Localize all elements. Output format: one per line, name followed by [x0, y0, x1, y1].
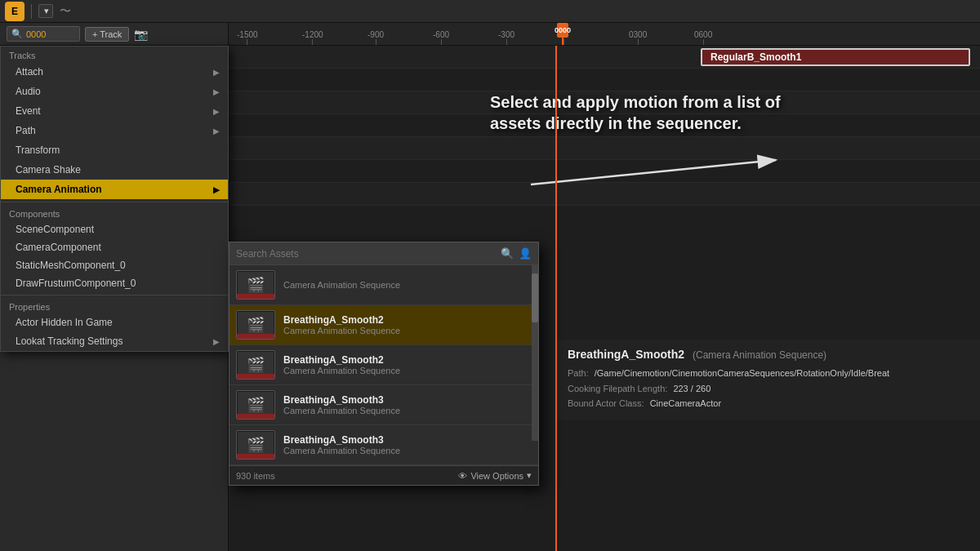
fps-dropdown[interactable]: ▾	[38, 4, 53, 18]
asset-info: BreathingA_Smooth2 Camera Animation Sequ…	[283, 354, 532, 375]
playhead-timeline-line	[555, 46, 557, 551]
list-item[interactable]: 🎬 Camera Animation Sequence	[229, 265, 538, 305]
asset-picker: 🔍 👤 🎬 Camera Animation Sequence	[229, 242, 539, 486]
frame-search[interactable]: 🔍	[7, 26, 80, 42]
chevron-down-icon: ▾	[527, 470, 532, 481]
ruler-mark: -900	[368, 30, 384, 46]
clip-block[interactable]: RegularB_Smooth1	[701, 48, 970, 66]
timeline-row	[229, 160, 980, 183]
ruler-mark: 0300	[629, 30, 647, 46]
menu-item-scene-component[interactable]: SceneComponent	[1, 220, 228, 238]
camera-icon: 📷	[134, 28, 148, 41]
asset-footer: 930 items 👁 View Options ▾	[229, 465, 538, 485]
search-icon: 🔍	[11, 29, 23, 39]
list-item[interactable]: 🎬 BreathingA_Smooth2 Camera Animation Se…	[229, 345, 538, 385]
red-stripe	[237, 294, 274, 299]
scroll-thumb[interactable]	[532, 273, 538, 322]
menu-divider-2	[1, 295, 228, 295]
clapper-icon: 🎬	[247, 436, 265, 454]
waveform-icon: 〜	[60, 4, 71, 19]
menu-tracks-label: Tracks	[1, 47, 228, 62]
asset-thumbnail: 🎬	[236, 390, 275, 420]
menu-item-static-mesh[interactable]: StaticMeshComponent_0	[1, 256, 228, 274]
red-stripe	[237, 334, 274, 339]
clapper-icon: 🎬	[247, 276, 265, 294]
arrow-icon: ▶	[213, 68, 220, 77]
info-path-row: Path: /Game/Cinemotion/CinemotionCameraS…	[568, 366, 969, 381]
asset-thumbnail: 🎬	[236, 350, 275, 380]
menu-item-camera-shake[interactable]: Camera Shake	[1, 160, 228, 180]
info-title: BreathingA_Smooth2 (Camera Animation Seq…	[568, 348, 969, 361]
clapper-icon: 🎬	[247, 356, 265, 374]
menu-components-label: Components	[1, 205, 228, 220]
timeline-row	[229, 69, 980, 91]
scroll-bar[interactable]	[532, 265, 538, 441]
item-count: 930 items	[236, 471, 275, 481]
eye-icon: 👁	[458, 471, 467, 481]
ruler-left-panel: 🔍 + Track 📷	[0, 23, 229, 45]
menu-item-actor-hidden[interactable]: Actor Hidden In Game	[1, 313, 228, 331]
red-stripe	[237, 414, 274, 419]
asset-info: BreathingA_Smooth2 Camera Animation Sequ…	[283, 314, 532, 335]
menu-item-camera-component[interactable]: CameraComponent	[1, 238, 228, 256]
ruler-mark	[564, 39, 564, 46]
ruler-mark: -1500	[237, 30, 258, 46]
user-icon: 👤	[519, 247, 532, 260]
menu-item-lookat[interactable]: Lookat Tracking Settings ▶	[1, 331, 228, 351]
search-icon: 🔍	[501, 247, 514, 260]
ruler-mark: -1200	[302, 30, 323, 46]
ruler-mark: 0600	[694, 30, 712, 46]
clapper-icon: 🎬	[247, 316, 265, 334]
ruler-timeline: -1500 -1200 -900 -600 -300	[229, 23, 980, 45]
menu-item-event[interactable]: Event ▶	[1, 101, 228, 121]
info-cooking-row: Cooking Filepath Length: 223 / 260	[568, 381, 969, 397]
timeline-row	[229, 183, 980, 206]
asset-info: BreathingA_Smooth3 Camera Animation Sequ…	[283, 394, 532, 415]
app-logo: E	[5, 2, 24, 21]
top-bar: E ▾ 〜	[0, 0, 980, 23]
timeline-row	[229, 114, 980, 137]
ruler-mark: -300	[498, 30, 514, 46]
left-panel: Tracks Tracks Attach ▶ Audio ▶ Event ▶ P…	[0, 46, 229, 551]
timeline-row	[229, 137, 980, 160]
asset-search-input[interactable]	[236, 248, 496, 260]
menu-item-attach[interactable]: Attach ▶	[1, 62, 228, 82]
asset-search-bar: 🔍 👤	[229, 242, 538, 265]
arrow-icon: ▶	[213, 337, 220, 346]
asset-info: Camera Animation Sequence	[283, 280, 532, 290]
timeline-row	[229, 91, 980, 114]
menu-divider	[1, 202, 228, 202]
info-bound-row: Bound Actor Class: CineCameraActor	[568, 396, 969, 411]
add-track-button[interactable]: + Track	[85, 27, 129, 42]
red-stripe	[237, 454, 274, 459]
main-area: Tracks Tracks Attach ▶ Audio ▶ Event ▶ P…	[0, 46, 980, 551]
menu-item-draw-frustum[interactable]: DrawFrustumComponent_0	[1, 274, 228, 292]
asset-thumbnail: 🎬	[236, 430, 275, 460]
arrow-icon: ▶	[213, 107, 220, 116]
asset-list: 🎬 Camera Animation Sequence 🎬	[229, 265, 538, 465]
ruler-mark: -600	[433, 30, 449, 46]
menu-item-camera-animation[interactable]: Camera Animation ▶	[1, 180, 228, 199]
list-item[interactable]: 🎬 BreathingA_Smooth3 Camera Animation Se…	[229, 385, 538, 425]
asset-thumbnail: 🎬	[236, 270, 275, 300]
chevron-down-icon: ▾	[44, 6, 49, 16]
ruler-bar: 🔍 + Track 📷 -1500 -1200 -900 -600	[0, 23, 980, 46]
red-stripe	[237, 374, 274, 379]
info-panel: BreathingA_Smooth2 (Camera Animation Seq…	[555, 340, 980, 420]
menu-properties-label: Properties	[1, 298, 228, 313]
playhead-line: 0000	[562, 23, 564, 46]
arrow-icon: ▶	[213, 87, 220, 96]
view-options-button[interactable]: 👁 View Options ▾	[458, 470, 532, 481]
frame-input[interactable]	[26, 29, 75, 39]
menu-item-path[interactable]: Path ▶	[1, 121, 228, 140]
context-menu: Tracks Attach ▶ Audio ▶ Event ▶ Path ▶ T…	[0, 46, 229, 352]
timeline-clip-container: RegularB_Smooth1	[701, 48, 970, 66]
menu-item-audio[interactable]: Audio ▶	[1, 82, 228, 101]
list-item[interactable]: 🎬 BreathingA_Smooth2 Camera Animation Se…	[229, 305, 538, 345]
clapper-icon: 🎬	[247, 396, 265, 414]
menu-item-transform[interactable]: Transform	[1, 140, 228, 160]
arrow-icon: ▶	[213, 127, 220, 136]
list-item[interactable]: 🎬 BreathingA_Smooth3 Camera Animation Se…	[229, 425, 538, 465]
asset-thumbnail: 🎬	[236, 310, 275, 340]
asset-info: BreathingA_Smooth3 Camera Animation Sequ…	[283, 434, 532, 455]
